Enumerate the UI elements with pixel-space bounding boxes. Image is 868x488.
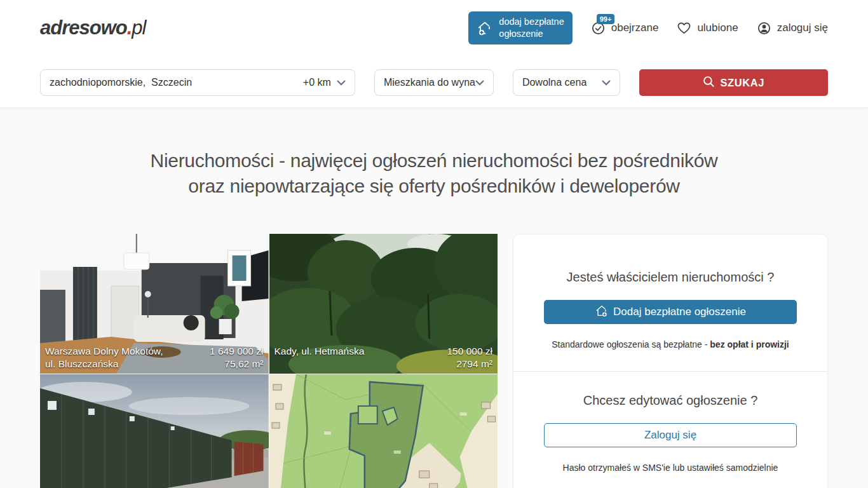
viewed-count-badge: 99+ [597, 14, 615, 25]
category-value: Mieszkania do wynajęc [384, 77, 475, 88]
listing-price: 1 649 000 zł [210, 345, 263, 358]
header: adresowo.pl dodaj bezpłatne ogłoszenie [0, 0, 868, 108]
search-icon [703, 76, 715, 90]
favorites-label: ulubione [697, 22, 738, 34]
listing-title: Kady, ul. Hetmańska [275, 345, 365, 358]
location-input[interactable] [50, 77, 303, 88]
location-field[interactable]: +0 km [40, 69, 355, 96]
chevron-down-icon [602, 77, 611, 88]
login-label: zaloguj się [777, 22, 828, 34]
search-bar: +0 km Mieszkania do wynajęc Dowolna cena… [40, 69, 828, 96]
listing-caption: Warszawa Dolny Mokotów,1 649 000 zł ul. … [45, 345, 264, 370]
listing-card[interactable]: Nowa Jastrząbka300 000 zł [269, 374, 498, 488]
owner-panel: Jesteś właścicielem nieruchomości ? Doda… [513, 234, 828, 488]
storage-containers-photo [40, 374, 269, 488]
edit-note: Hasło otrzymałeś w SMS'ie lub ustawiłeś … [544, 463, 797, 473]
logo-brand: adresowo [40, 17, 127, 39]
main-content: Warszawa Dolny Mokotów,1 649 000 zł ul. … [0, 234, 868, 488]
top-bar: adresowo.pl dodaj bezpłatne ogłoszenie [40, 0, 828, 56]
nav-item-login[interactable]: zaloguj się [757, 21, 828, 36]
nav-item-favorites[interactable]: ulubione [677, 22, 738, 35]
add-home-icon [477, 20, 493, 36]
viewed-check-icon: 99+ [591, 21, 606, 36]
listing-card[interactable]: Kady, ul. Hetmańska150 000 zł 2794 m² [269, 234, 498, 374]
top-nav: dodaj bezpłatne ogłoszenie 99+ obejrzane [468, 11, 828, 44]
owner-heading: Jesteś właścicielem nieruchomości ? [544, 270, 797, 285]
heart-icon [677, 22, 691, 35]
listing-area: 75,62 m² [224, 358, 263, 370]
listing-caption: Kady, ul. Hetmańska150 000 zł 2794 m² [275, 345, 493, 370]
user-icon [757, 21, 771, 36]
panel-divider [513, 371, 827, 372]
listing-title-2: ul. Bluszczańska [45, 358, 118, 370]
edit-heading: Chcesz edytować ogłoszenie ? [544, 393, 797, 408]
owner-note: Standardowe ogłoszenia są bezpłatne - be… [544, 339, 797, 349]
panel-login-button[interactable]: Zaloguj się [544, 423, 797, 447]
radius-dropdown[interactable]: +0 km [303, 77, 346, 88]
chevron-down-icon [337, 77, 346, 88]
price-value: Dowolna cena [522, 77, 602, 88]
listing-card[interactable]: Warszawa Dolny Mokotów,1 649 000 zł ul. … [40, 234, 269, 374]
chevron-down-icon [475, 77, 484, 88]
listing-price: 150 000 zł [447, 345, 492, 358]
panel-add-listing-button[interactable]: Dodaj bezpłatne ogłoszenie [544, 300, 797, 324]
logo-tld: pl [132, 17, 146, 39]
nav-item-viewed[interactable]: 99+ obejrzane [591, 21, 659, 36]
listing-card[interactable]: Kraków Prądnik Biały, ul.700 zł [40, 374, 269, 488]
add-home-icon [595, 304, 609, 321]
listing-title: Warszawa Dolny Mokotów, [45, 345, 163, 358]
logo[interactable]: adresowo.pl [40, 17, 146, 39]
add-listing-label: dodaj bezpłatne ogłoszenie [499, 16, 564, 40]
panel-add-listing-label: Dodaj bezpłatne ogłoszenie [613, 306, 746, 318]
price-dropdown[interactable]: Dowolna cena [513, 69, 620, 96]
panel-login-label: Zaloguj się [644, 429, 696, 442]
page-title: Nieruchomości - najwięcej ogłoszeń nieru… [0, 148, 868, 199]
search-button-label: SZUKAJ [721, 77, 765, 89]
radius-value: +0 km [303, 77, 331, 88]
category-dropdown[interactable]: Mieszkania do wynajęc [374, 69, 494, 96]
add-listing-button[interactable]: dodaj bezpłatne ogłoszenie [468, 11, 572, 44]
map-parcel-photo [269, 374, 498, 488]
search-button[interactable]: SZUKAJ [639, 69, 828, 96]
featured-listings-grid: Warszawa Dolny Mokotów,1 649 000 zł ul. … [40, 234, 498, 488]
viewed-label: obejrzane [611, 22, 659, 34]
listing-area: 2794 m² [456, 358, 492, 370]
